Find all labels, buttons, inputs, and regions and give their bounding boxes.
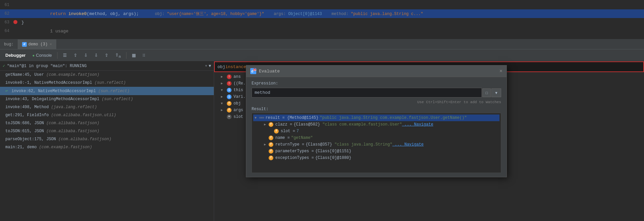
var-re-icon: ! bbox=[227, 81, 232, 86]
stack-frame-1[interactable]: invoke0:-1, NativeMethodAccessorImpl (su… bbox=[0, 79, 214, 87]
line-number-63: 63 bbox=[0, 20, 13, 25]
run-to-cursor-button[interactable]: ⇧ bbox=[102, 51, 111, 59]
tab-bar: bug: d demo (3) × bbox=[0, 39, 644, 49]
line-content-63: } bbox=[19, 20, 644, 25]
var-this-expand[interactable]: ▼ bbox=[221, 88, 225, 92]
result-clazz-row[interactable]: ► f clazz = {Class@502} "class com.examp… bbox=[253, 121, 499, 128]
result-parametertypes-expand bbox=[264, 150, 269, 153]
result-slot-row[interactable]: f slot = 7 bbox=[253, 128, 499, 135]
demo-tab[interactable]: d demo (3) × bbox=[18, 39, 56, 49]
stack-frame-6[interactable]: toJSON:686, JSON (com.alibaba.fastjson) bbox=[0, 119, 214, 127]
expr-obj-part: obj bbox=[217, 64, 225, 69]
var-slot-icon: = bbox=[227, 115, 232, 119]
result-parametertypes-value: {Class[0]@1151} bbox=[315, 149, 351, 154]
result-root-expand[interactable]: ▼ bbox=[255, 116, 259, 120]
frame-class-9-text: (com.example.fastjson) bbox=[39, 145, 92, 150]
result-clazz-navigate[interactable]: ... Navigate bbox=[402, 122, 433, 127]
var-args-name: args bbox=[234, 108, 243, 113]
dialog-header: d bug Evaluate × bbox=[246, 65, 507, 77]
var-ans-name: ans bbox=[234, 74, 241, 79]
stack-frame-5[interactable]: get:291, FieldInfo (com.alibaba.fastjson… bbox=[0, 111, 214, 119]
line-content-62: return invoke0(method, obj, args); obj: … bbox=[19, 11, 644, 17]
var-vari-expand[interactable]: ► bbox=[221, 95, 225, 99]
debugger-tab-button[interactable]: Debugger bbox=[3, 51, 28, 59]
result-returntype-key: returnType = bbox=[275, 142, 304, 147]
step-into-button[interactable]: ⇩ bbox=[81, 51, 90, 59]
var-obj-expand[interactable]: ▼ bbox=[221, 102, 225, 105]
expression-input[interactable] bbox=[252, 88, 482, 97]
var-args-expand[interactable]: ► bbox=[221, 108, 225, 112]
var-slot-name: slot bbox=[234, 115, 243, 119]
stack-frame-4[interactable]: invoke:498, Method (java.lang.reflect) bbox=[0, 103, 214, 111]
result-area: ▼ ∞∞ result = {Method@1145} "public java… bbox=[252, 113, 501, 173]
result-exceptiontypes-expand bbox=[264, 156, 269, 160]
var-obj-name: obj bbox=[234, 101, 241, 106]
result-root-value: "public java.lang.String com.example.fas… bbox=[320, 116, 467, 120]
step-into-icon: ⇩ bbox=[84, 53, 88, 58]
result-returntype-row[interactable]: ► f returnType = {Class@357} "class java… bbox=[253, 141, 499, 148]
demo-tab-icon: d bbox=[22, 42, 27, 47]
more-button[interactable]: ⁝⁝ bbox=[140, 51, 148, 59]
line-number-61: 61 bbox=[0, 3, 13, 7]
result-clazz-ref: {Class@502} bbox=[293, 122, 320, 127]
result-exceptiontypes-row[interactable]: f exceptionTypes = {Class[0]@1080} bbox=[253, 155, 499, 161]
stack-frame-7[interactable]: toJSON:615, JSON (com.alibaba.fastjson) bbox=[0, 127, 214, 135]
bug-label: bug: bbox=[0, 39, 18, 49]
result-clazz-expand[interactable]: ► bbox=[264, 123, 269, 127]
toolbar-separator-2 bbox=[126, 52, 126, 59]
frame-class-7-text: (com.alibaba.fastjson) bbox=[46, 129, 99, 134]
var-re-expand[interactable]: ► bbox=[221, 82, 225, 85]
evaluate-dialog: d bug Evaluate × Expression: □ ▼ Use Ctr… bbox=[246, 65, 507, 177]
demo-tab-close[interactable]: × bbox=[50, 42, 52, 46]
expression-label: Expression: bbox=[252, 81, 501, 86]
var-ans-expand[interactable]: ► bbox=[221, 75, 225, 79]
table-view-button[interactable]: ▦ bbox=[129, 51, 139, 59]
run-to-cursor-icon: ⇧ bbox=[105, 53, 108, 58]
result-parametertypes-key: parameterTypes = bbox=[275, 149, 314, 154]
frame-class-2-text: (sun.reflect) bbox=[98, 89, 130, 93]
frame-name-9: main:21, demo bbox=[5, 145, 37, 150]
bug-prefix: bug: bbox=[4, 42, 14, 47]
frame-class-5-text: (com.alibaba.fastjson.util) bbox=[51, 113, 116, 118]
thread-dropdown-icon[interactable]: ▼ bbox=[209, 64, 211, 68]
result-clazz-key: clazz = bbox=[275, 122, 292, 127]
frame-class-1-text: (sun.reflect) bbox=[94, 80, 126, 85]
expression-expand-button[interactable]: □ bbox=[482, 88, 491, 97]
thread-filter-icon[interactable]: ▿ bbox=[205, 63, 207, 68]
result-returntype-navigate[interactable]: ... Navigate bbox=[392, 142, 424, 147]
filter-button[interactable]: ⇧n bbox=[112, 51, 123, 60]
result-name-key: name = bbox=[275, 136, 290, 140]
dialog-title: Evaluate bbox=[259, 69, 499, 74]
expression-dropdown-button[interactable]: ▼ bbox=[491, 88, 501, 97]
code-line-61: 61 bbox=[0, 1, 644, 9]
rerun-button[interactable]: ☰ bbox=[60, 51, 70, 59]
breakpoint-dot-63 bbox=[13, 20, 17, 24]
stack-frame-0[interactable]: getName:45, User (com.example.fastjson) bbox=[0, 71, 214, 79]
line-marker-64 bbox=[13, 29, 19, 33]
result-returntype-ref: {Class@357} bbox=[305, 142, 332, 147]
frame-name-1: invoke0:-1, NativeMethodAccessorImpl bbox=[5, 80, 92, 85]
result-returntype-expand[interactable]: ► bbox=[264, 143, 269, 147]
result-root-row[interactable]: ▼ ∞∞ result = {Method@1145} "public java… bbox=[253, 115, 499, 121]
rerun-icon: ☰ bbox=[63, 53, 67, 58]
console-tab-label: Console bbox=[36, 53, 52, 58]
infinity-icon: ∞∞ bbox=[259, 116, 264, 120]
frame-name-6: toJSON:686, JSON bbox=[5, 121, 44, 126]
result-parametertypes-row[interactable]: f parameterTypes = {Class[0]@1151} bbox=[253, 148, 499, 155]
line-marker-62 bbox=[13, 12, 19, 16]
step-out-button[interactable]: ⇩ bbox=[92, 51, 101, 59]
stack-frame-9[interactable]: main:21, demo (com.example.fastjson) bbox=[0, 143, 214, 151]
svg-text:bug: bug bbox=[254, 69, 256, 71]
code-line-63: 63 } bbox=[0, 18, 644, 27]
debugger-tab-label: Debugger bbox=[5, 53, 26, 58]
stack-frame-8[interactable]: parseObject:175, JSON (com.alibaba.fastj… bbox=[0, 135, 214, 143]
frame-class-6-text: (com.alibaba.fastjson) bbox=[46, 121, 99, 126]
stack-frame-2[interactable]: ↩ invoke:62, NativeMethodAccessorImpl (s… bbox=[0, 87, 214, 95]
result-name-row[interactable]: f name = "getName" bbox=[253, 135, 499, 141]
var-slot-expand bbox=[221, 115, 225, 119]
var-ans-icon: ! bbox=[227, 74, 232, 79]
stack-frame-3[interactable]: invoke:43, DelegatingMethodAccessorImpl … bbox=[0, 95, 214, 103]
dialog-close-button[interactable]: × bbox=[499, 68, 502, 74]
console-tab-button[interactable]: ● Console bbox=[30, 51, 55, 59]
step-over-button[interactable]: ⇧ bbox=[71, 51, 80, 59]
